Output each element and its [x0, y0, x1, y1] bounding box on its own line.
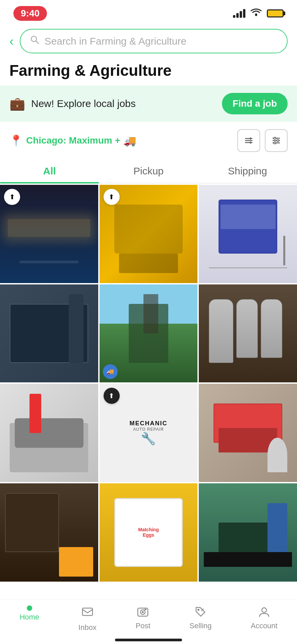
- search-placeholder: Search in Farming & Agriculture: [45, 36, 187, 47]
- list-item[interactable]: [199, 185, 297, 283]
- back-button[interactable]: ‹: [9, 35, 14, 48]
- signal-bar-1: [233, 15, 235, 18]
- products-grid: ⬆ ⬆ 🚚: [0, 185, 297, 635]
- svg-rect-16: [144, 609, 146, 610]
- list-item[interactable]: MECHANIC AUTO REPAIR 🔧 ⬆: [100, 384, 198, 482]
- list-item[interactable]: [0, 384, 98, 482]
- svg-point-0: [255, 14, 257, 16]
- account-icon: [258, 605, 271, 620]
- list-item[interactable]: ⬆: [0, 185, 98, 283]
- tab-pickup[interactable]: Pickup: [99, 159, 198, 183]
- nav-selling-label: Selling: [189, 622, 212, 630]
- product-badge-upload-2: ⬆: [104, 189, 120, 205]
- list-item[interactable]: [199, 284, 297, 383]
- filter-icons: [237, 129, 288, 152]
- nav-inbox-label: Inbox: [78, 623, 97, 632]
- signal-bar-2: [236, 13, 239, 18]
- status-bar: 9:40: [0, 0, 297, 24]
- signal-bars-icon: [233, 9, 245, 18]
- sort-button[interactable]: [237, 129, 260, 152]
- status-time: 9:40: [13, 6, 47, 21]
- jobs-briefcase-icon: 💼: [9, 96, 25, 111]
- tabs-row: All Pickup Shipping: [0, 159, 297, 183]
- jobs-banner-text: New! Explore local jobs: [31, 98, 216, 109]
- home-indicator: [115, 639, 182, 641]
- list-item[interactable]: [0, 483, 98, 582]
- svg-point-19: [262, 608, 266, 612]
- search-bar[interactable]: Search in Farming & Agriculture: [20, 29, 288, 53]
- location-filter-row: 📍 Chicago: Maximum + 🚚: [0, 122, 297, 159]
- truck-icon: 🚚: [124, 135, 136, 147]
- list-item[interactable]: MatchingEggs: [100, 483, 198, 582]
- location-text: Chicago: Maximum +: [26, 135, 120, 146]
- selling-icon: [194, 605, 207, 620]
- nav-account-label: Account: [251, 622, 278, 630]
- status-icons: [233, 8, 284, 19]
- svg-point-11: [274, 142, 276, 144]
- location-pin-icon: 📍: [9, 134, 23, 147]
- list-item[interactable]: [199, 384, 297, 482]
- search-section: ‹ Search in Farming & Agriculture: [0, 24, 297, 58]
- svg-rect-12: [82, 608, 93, 615]
- nav-item-selling[interactable]: Selling: [189, 605, 212, 632]
- svg-point-9: [274, 137, 276, 139]
- svg-line-2: [36, 41, 39, 44]
- signal-bar-4: [243, 9, 245, 18]
- search-icon: [30, 35, 40, 47]
- list-item[interactable]: [199, 483, 297, 582]
- home-icon: [27, 605, 32, 611]
- signal-bar-3: [240, 11, 242, 18]
- list-item[interactable]: ⬆: [100, 185, 198, 283]
- page-title: Farming & Agriculture: [0, 58, 297, 86]
- find-job-button[interactable]: Find a job: [222, 93, 288, 114]
- inbox-icon: [81, 605, 94, 621]
- wifi-icon: [250, 8, 262, 19]
- location-info[interactable]: 📍 Chicago: Maximum + 🚚: [9, 134, 136, 147]
- product-badge-upload: ⬆: [4, 189, 20, 205]
- nav-item-account[interactable]: Account: [251, 605, 278, 632]
- jobs-banner: 💼 New! Explore local jobs Find a job: [0, 86, 297, 122]
- tab-all[interactable]: All: [0, 159, 99, 183]
- post-icon: [136, 605, 149, 620]
- list-item[interactable]: 🚚: [100, 284, 198, 383]
- tab-shipping[interactable]: Shipping: [198, 159, 297, 183]
- nav-item-post[interactable]: Post: [135, 605, 150, 632]
- nav-item-inbox[interactable]: Inbox: [78, 605, 97, 632]
- nav-post-label: Post: [135, 622, 150, 630]
- battery-icon: [267, 9, 284, 17]
- nav-item-home[interactable]: Home: [19, 605, 39, 632]
- filter-button[interactable]: [265, 129, 288, 152]
- list-item[interactable]: [0, 284, 98, 383]
- bottom-nav: Home Inbox Post S: [0, 599, 297, 644]
- product-badge-upload-3: ⬆: [104, 388, 120, 404]
- product-badge-truck: 🚚: [103, 364, 118, 379]
- svg-point-17: [197, 609, 199, 611]
- nav-home-label: Home: [19, 613, 39, 622]
- svg-point-15: [142, 611, 144, 613]
- svg-point-10: [277, 140, 279, 142]
